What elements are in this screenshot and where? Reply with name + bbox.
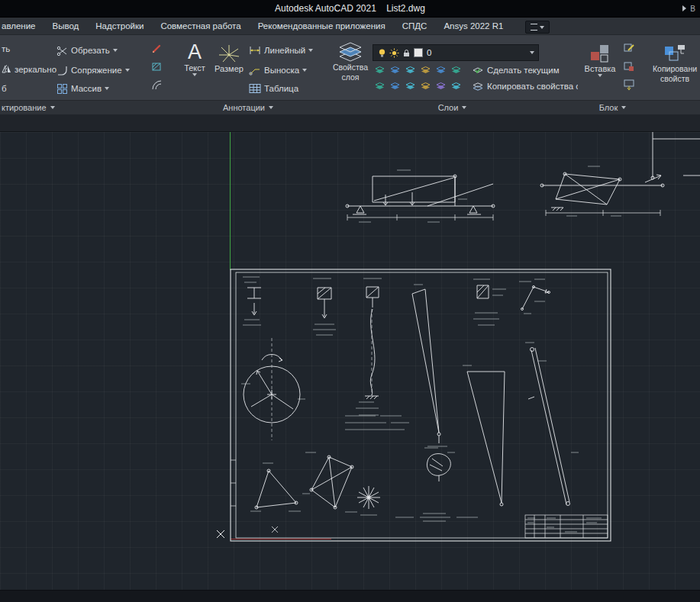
chevron-down-icon bbox=[50, 106, 55, 109]
layer-color-swatch bbox=[414, 48, 423, 57]
sun-icon bbox=[389, 48, 399, 58]
text-icon: A bbox=[188, 41, 202, 63]
chevron-down-icon bbox=[125, 69, 130, 72]
status-bar bbox=[0, 590, 700, 602]
chevron-down-icon bbox=[105, 87, 109, 90]
leader-icon bbox=[249, 65, 261, 76]
panel-layers: Свойства слоя 0 bbox=[327, 35, 579, 114]
panel-label-annotation[interactable]: Аннотации bbox=[169, 100, 327, 114]
construction-lines bbox=[272, 309, 372, 440]
autocad-window: { "titlebar": { "title": "Autodesk AutoC… bbox=[0, 0, 700, 602]
tab-collaborate[interactable]: Совместная работа bbox=[152, 18, 249, 34]
layer-tool-icon[interactable] bbox=[403, 79, 417, 93]
draw-pencil-button[interactable] bbox=[150, 41, 163, 55]
move-button[interactable]: ть bbox=[2, 44, 10, 53]
layer-tools-row-1: Сделать текущим bbox=[373, 63, 560, 76]
match-properties-button[interactable]: Копировани свойств bbox=[652, 42, 698, 83]
tab-output[interactable]: Вывод bbox=[44, 18, 88, 34]
layer-tool-icon[interactable] bbox=[434, 63, 447, 77]
block-edit-button[interactable] bbox=[622, 41, 636, 55]
document-tab-strip[interactable] bbox=[0, 114, 700, 132]
fillet-button[interactable]: Сопряжение bbox=[56, 64, 130, 76]
ribbon-toggle-icon bbox=[531, 24, 537, 31]
text-button[interactable]: A Текст bbox=[179, 41, 211, 76]
chevron-down-icon bbox=[308, 49, 313, 52]
layer-tool-icon[interactable] bbox=[388, 63, 402, 77]
window-title: Autodesk AutoCAD 2021 List2.dwg bbox=[275, 3, 425, 14]
offset-button[interactable] bbox=[150, 78, 163, 92]
model-space-canvas[interactable] bbox=[0, 132, 700, 590]
chevron-down-icon bbox=[192, 73, 197, 76]
table-button[interactable]: Таблица bbox=[249, 82, 298, 95]
make-current-icon bbox=[472, 65, 484, 76]
dimension-button[interactable]: Размер bbox=[212, 43, 246, 73]
fillet-icon bbox=[56, 65, 68, 76]
dim-linear-button[interactable]: Линейный bbox=[249, 44, 313, 56]
panel-label-block[interactable]: Блок bbox=[578, 100, 647, 114]
lock-icon bbox=[402, 48, 411, 58]
layer-tool-icon[interactable] bbox=[373, 63, 386, 77]
ribbon-display-toggle[interactable] bbox=[525, 21, 550, 34]
tab-addins[interactable]: Надстройки bbox=[87, 18, 152, 34]
block-edit-icon bbox=[623, 42, 635, 54]
match-properties-icon bbox=[663, 42, 687, 63]
layer-tool-icon[interactable] bbox=[388, 79, 402, 93]
layer-select[interactable]: 0 bbox=[373, 44, 539, 61]
ribbon: ть зеркально б Обрезать bbox=[0, 35, 700, 114]
panel-annotation: A Текст Размер Линейный Вын bbox=[169, 35, 327, 114]
hatch-button[interactable] bbox=[150, 60, 163, 73]
layer-tool-icon[interactable] bbox=[449, 63, 463, 77]
drawing-geometry[interactable] bbox=[0, 132, 700, 590]
insert-block-icon bbox=[589, 42, 611, 63]
offset-icon bbox=[151, 79, 163, 91]
array-button[interactable]: Массив bbox=[56, 82, 109, 95]
panel-label-properties bbox=[647, 100, 700, 114]
panel-label-modify[interactable]: ктирование bbox=[0, 100, 169, 114]
block-base-button[interactable] bbox=[622, 78, 636, 92]
layer-tool-icon[interactable] bbox=[418, 79, 432, 93]
chevron-right-icon[interactable] bbox=[682, 5, 686, 11]
layer-properties-button[interactable]: Свойства слоя bbox=[330, 41, 371, 82]
insert-block-button[interactable]: Вставка bbox=[582, 42, 618, 77]
layer-tool-icon[interactable] bbox=[418, 63, 432, 77]
tab-ansys[interactable]: Ansys 2022 R1 bbox=[435, 18, 511, 34]
tab-featured-apps[interactable]: Рекомендованные приложения bbox=[250, 18, 394, 34]
scissors-icon bbox=[56, 45, 68, 56]
bulb-icon bbox=[377, 48, 387, 58]
panel-properties: Копировани свойств bbox=[647, 35, 700, 114]
chevron-down-icon bbox=[530, 51, 534, 54]
sheet-diagrams bbox=[244, 132, 700, 533]
table-icon bbox=[249, 83, 261, 94]
chevron-down-icon bbox=[113, 49, 118, 52]
titlebar-right-label: В bbox=[690, 5, 695, 13]
array-icon bbox=[56, 83, 68, 95]
layer-tool-icon[interactable] bbox=[373, 79, 386, 93]
crosshair-cursor bbox=[217, 530, 224, 538]
copy-layer-properties-button[interactable]: Копировать свойства слоя bbox=[472, 80, 595, 92]
copy-layer-props-icon bbox=[472, 81, 484, 92]
block-attributes-icon bbox=[623, 60, 635, 72]
chevron-down-icon bbox=[540, 26, 544, 29]
layer-stack-icon bbox=[338, 41, 363, 62]
ribbon-tab-bar: авление Вывод Надстройки Совместная рабо… bbox=[0, 18, 700, 35]
trim-button[interactable]: Обрезать bbox=[56, 44, 118, 56]
block-attributes-button[interactable] bbox=[622, 60, 636, 73]
current-layer-name: 0 bbox=[427, 48, 431, 57]
scale-button[interactable]: б bbox=[2, 84, 7, 93]
make-current-button[interactable]: Сделать текущим bbox=[472, 64, 560, 76]
panel-block: Вставка Блок bbox=[578, 35, 648, 114]
red-pencil-icon bbox=[151, 43, 163, 54]
chevron-down-icon bbox=[302, 69, 307, 72]
layer-tool-icon[interactable] bbox=[449, 79, 463, 93]
titlebar-right-controls[interactable]: В bbox=[682, 0, 695, 17]
dimension-star-icon bbox=[218, 43, 240, 63]
layer-tool-icon[interactable] bbox=[403, 63, 417, 77]
panel-modify: ть зеркально б Обрезать bbox=[0, 35, 170, 114]
leader-button[interactable]: Выноска bbox=[249, 64, 307, 76]
title-bar: Autodesk AutoCAD 2021 List2.dwg В bbox=[0, 0, 700, 18]
tab-management[interactable]: авление bbox=[0, 18, 44, 34]
layer-tool-icon[interactable] bbox=[434, 79, 447, 93]
mirror-button[interactable]: зеркально bbox=[2, 64, 56, 74]
tab-spds[interactable]: СПДС bbox=[394, 18, 436, 34]
panel-label-layers[interactable]: Слои bbox=[327, 100, 578, 114]
